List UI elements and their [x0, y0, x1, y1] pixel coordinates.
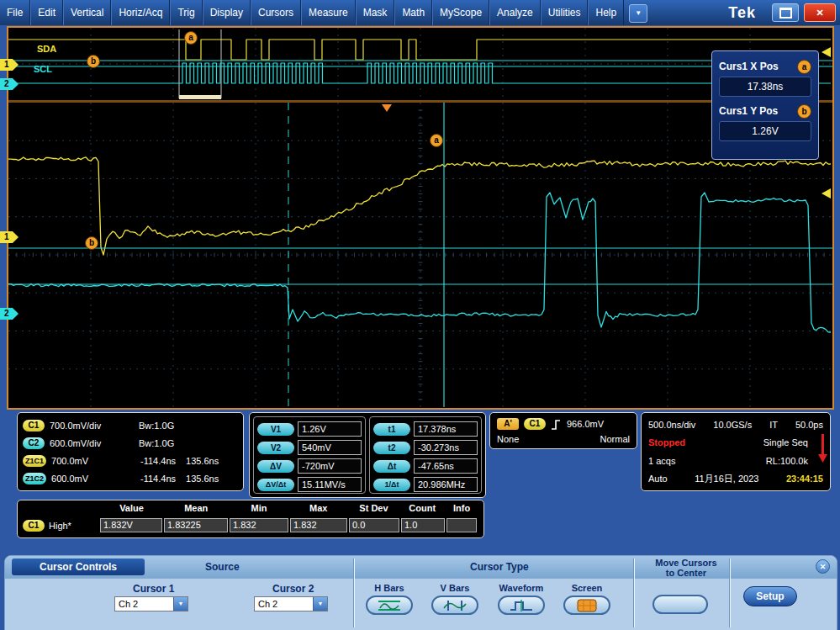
cursor-y-value: 1.26V	[719, 121, 811, 141]
col-max: Max	[289, 503, 348, 516]
datetime-row: Auto 11月16日, 2023 23:44:15	[648, 470, 823, 489]
move-cursors-label-1: Move Cursors	[640, 558, 732, 568]
trigger-position-marker[interactable]	[382, 104, 392, 112]
cursor-a-marker-overview[interactable]: a	[184, 31, 198, 45]
cursor-controls-title: Cursor Controls	[12, 559, 145, 575]
menu-item-math[interactable]: Math	[394, 0, 432, 25]
cursor-b-marker[interactable]: b	[85, 236, 98, 250]
meas-mean: 1.83225	[164, 518, 228, 532]
ch1-scale: 700.0mV/div	[50, 421, 122, 431]
meas-min: 1.832	[230, 518, 288, 532]
col-value: Value	[100, 503, 164, 516]
ch1-badge: C1	[23, 420, 45, 431]
trigger-level-arrow[interactable]	[822, 188, 831, 199]
measurement-header-row: Value Mean Min Max St Dev Count Info	[23, 503, 478, 516]
meas-stdev: 0.0	[349, 518, 399, 532]
zoom1-ch2-start: -114.4ns	[140, 474, 176, 484]
col-min: Min	[229, 503, 289, 516]
menu-item-horiz-acq[interactable]: Horiz/Acq	[111, 0, 170, 25]
acq-state-row: Stopped Single Seq	[648, 434, 823, 453]
menu-item-mask[interactable]: Mask	[356, 0, 395, 25]
menu-item-analyze[interactable]: Analyze	[489, 0, 541, 25]
t2-value: -30.273ns	[414, 440, 478, 455]
menu-item-myscope[interactable]: MyScope	[432, 0, 489, 25]
overview-level-arrow[interactable]	[822, 47, 831, 57]
cursor1-label: Cursor 1	[133, 583, 174, 595]
measurement-table: Value Mean Min Max St Dev Count Info C1 …	[17, 500, 484, 538]
oscilloscope-app: File Edit Vertical Horiz/Acq Trig Displa…	[0, 0, 840, 630]
vbars-button[interactable]	[431, 596, 478, 615]
cursor1-source-select[interactable]: Ch 2 ▼	[114, 596, 188, 611]
minimize-icon	[779, 8, 792, 19]
chevron-down-icon[interactable]: ▼	[313, 597, 327, 611]
seq-mode: Single Seq	[763, 437, 808, 447]
zoom1-ch1-row: Z1C1 700.0mV -114.4ns 135.6ns	[23, 452, 238, 469]
v2-value: 540mV	[298, 440, 362, 455]
acq-count: 1 acqs	[648, 456, 675, 466]
trigger-holdoff: None	[497, 434, 519, 444]
waveform-display[interactable]: SDA SCL a b a b	[7, 26, 834, 410]
cursor-a-badge: a	[797, 60, 811, 74]
trigger-source-row: A' C1 966.0mV	[497, 416, 630, 431]
cursor-x-label: Curs1 X Pos	[719, 61, 779, 72]
v1-badge: V1	[257, 423, 294, 436]
col-info: Info	[445, 503, 478, 516]
timebase-row: 500.0ns/div 10.0GS/s IT 50.0ps	[648, 416, 823, 434]
section-divider	[354, 559, 355, 627]
menu-item-trig[interactable]: Trig	[170, 0, 202, 25]
cursor-y-label: Curs1 Y Pos	[719, 105, 778, 117]
section-divider	[730, 559, 731, 627]
meas-value: 1.832V	[100, 518, 162, 532]
ch1-bandwidth: Bw:1.0G	[139, 421, 174, 431]
zoom1-ch2-scale: 600.0mV	[51, 474, 124, 484]
trig-mode: Auto	[648, 474, 668, 484]
vbars-label: V Bars	[430, 583, 480, 593]
menu-item-file[interactable]: File	[0, 0, 30, 25]
voltage-readouts: V11.26V V2540mV ΔV-720mV ΔV/Δt15.11MV/s	[253, 416, 366, 494]
meas-info	[446, 518, 477, 532]
meas-name: High*	[49, 521, 71, 531]
menu-item-utilities[interactable]: Utilities	[541, 0, 589, 25]
ch1-scale-row: C1 700.0mV/div Bw:1.0G	[23, 416, 238, 434]
trigger-source-badge: C1	[524, 418, 546, 430]
menu-overflow-button[interactable]: ▼	[629, 4, 647, 23]
hbars-icon	[377, 600, 402, 611]
hbars-button[interactable]	[366, 596, 413, 615]
freq-value: 20.986MHz	[414, 477, 478, 492]
interp-mode: IT	[769, 420, 778, 430]
cursor-a-marker[interactable]: a	[430, 134, 443, 147]
cursor-b-marker-overview[interactable]: b	[87, 55, 100, 68]
menu-item-cursors[interactable]: Cursors	[251, 0, 301, 25]
menu-item-display[interactable]: Display	[203, 0, 251, 25]
screen-button[interactable]	[563, 596, 610, 615]
menu-item-vertical[interactable]: Vertical	[63, 0, 111, 25]
cursor-b-badge: b	[797, 104, 811, 119]
time-readouts: t117.378ns t2-30.273ns Δt-47.65ns 1/Δt20…	[369, 416, 482, 494]
chevron-down-icon[interactable]: ▼	[173, 597, 188, 611]
menu-item-measure[interactable]: Measure	[301, 0, 356, 25]
panel-close-button[interactable]: ✕	[816, 559, 830, 574]
t1-value: 17.378ns	[414, 421, 478, 437]
move-cursors-button[interactable]	[652, 595, 708, 614]
ch2-bus-label: SCL	[34, 64, 52, 74]
setup-button[interactable]: Setup	[743, 586, 797, 606]
zoom1-ch2-span: 135.6ns	[186, 474, 219, 484]
section-divider	[634, 559, 635, 627]
trigger-panel: A' C1 966.0mV None Normal	[489, 412, 637, 449]
dt-badge: Δt	[373, 460, 410, 473]
dt-value: -47.65ns	[414, 458, 478, 474]
chevron-down-icon: ▼	[635, 9, 642, 17]
t1-badge: t1	[373, 423, 410, 436]
menu-item-help[interactable]: Help	[588, 0, 624, 25]
minimize-button[interactable]	[772, 3, 799, 22]
run-stop-arrow-icon	[818, 434, 827, 463]
cursor2-source-select[interactable]: Ch 2 ▼	[254, 596, 328, 611]
acq-count-row: 1 acqs RL:100.0k	[648, 452, 823, 470]
menu-item-edit[interactable]: Edit	[30, 0, 63, 25]
sample-rate: 10.0GS/s	[713, 420, 752, 430]
dvdt-badge: ΔV/Δt	[257, 479, 294, 491]
close-button[interactable]: ✕	[804, 3, 836, 22]
waveform-icon	[509, 600, 534, 611]
waveform-button[interactable]	[498, 596, 545, 615]
ch2-badge: C2	[23, 437, 45, 449]
